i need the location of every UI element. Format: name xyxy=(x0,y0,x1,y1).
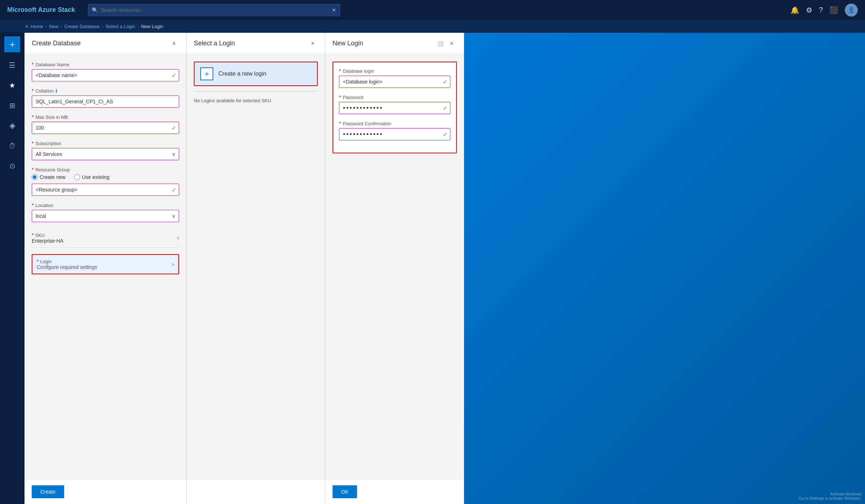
no-logins-text: No Logins available for selected SKU xyxy=(194,95,318,106)
db-login-input[interactable] xyxy=(339,76,450,88)
breadcrumb-home[interactable]: Home xyxy=(31,24,43,29)
max-size-label: * Max Size in MB xyxy=(32,114,179,120)
resource-group-input[interactable] xyxy=(32,184,179,196)
breadcrumb-expand[interactable]: » xyxy=(25,23,28,30)
breadcrumb-create-db[interactable]: Create Database xyxy=(64,24,99,29)
breadcrumb-new-login[interactable]: New Login xyxy=(141,24,163,29)
new-login-header: New Login ⬜ × xyxy=(325,33,464,54)
database-name-label: * Database Name xyxy=(32,62,179,67)
create-database-footer: Create xyxy=(24,479,186,504)
password-confirm-label: * Password Confirmation xyxy=(339,121,450,126)
right-background: Activate Windows Go to Settings to activ… xyxy=(464,33,865,504)
login-chevron-icon: › xyxy=(172,261,174,267)
db-login-wrapper: ✓ xyxy=(339,76,450,88)
db-login-group: * Database login ✓ xyxy=(339,68,450,88)
collation-info-icon[interactable]: ℹ xyxy=(55,88,57,94)
password-check-icon: ✓ xyxy=(443,105,447,112)
select-login-close-button[interactable]: × xyxy=(308,39,318,49)
breadcrumb-select-login[interactable]: Select a Login xyxy=(106,24,135,29)
subscription-select[interactable]: All Services xyxy=(32,148,179,160)
password-confirm-input[interactable] xyxy=(339,128,450,140)
login-divider xyxy=(194,91,318,91)
breadcrumb-sep-4: › xyxy=(137,24,139,29)
password-label: * Password xyxy=(339,94,450,100)
sidebar-item-favorites[interactable]: ★ xyxy=(0,76,24,95)
sku-label: * SKU xyxy=(32,232,177,238)
create-database-panel-header: Create Database × xyxy=(24,33,186,54)
breadcrumb-new[interactable]: New xyxy=(49,24,58,29)
sku-chevron-icon: › xyxy=(177,235,179,241)
resource-group-check-icon: ✓ xyxy=(171,186,176,193)
location-select[interactable]: local xyxy=(32,210,179,222)
password-confirm-check-icon: ✓ xyxy=(443,131,447,138)
required-star-password-confirm: * xyxy=(339,121,341,126)
collation-label: * Collation ℹ xyxy=(32,88,179,94)
select-login-panel: Select a Login × ＋ Create a new login No… xyxy=(187,33,325,504)
subscription-select-wrapper: All Services ∨ xyxy=(32,148,179,160)
password-input[interactable] xyxy=(339,102,450,114)
password-wrapper: ✓ xyxy=(339,102,450,114)
sidebar-item-notifications[interactable]: ⊙ xyxy=(0,157,24,175)
new-login-body: * Database login ✓ * xyxy=(325,54,464,479)
sidebar: ＋ ☰ ★ ⊞ ◈ ⏱ ⊙ xyxy=(0,33,24,504)
database-name-group: * Database Name ✓ xyxy=(32,62,179,81)
select-login-footer xyxy=(187,479,325,504)
sidebar-item-dashboard[interactable]: ⊞ xyxy=(0,96,24,115)
create-database-title: Create Database xyxy=(32,40,169,47)
required-star-db-name: * xyxy=(32,62,34,67)
sidebar-item-menu[interactable]: ☰ xyxy=(0,56,24,75)
required-star-rg: * xyxy=(32,167,34,172)
sidebar-add-button[interactable]: ＋ xyxy=(4,36,20,52)
main-layout: ＋ ☰ ★ ⊞ ◈ ⏱ ⊙ Create Database × * Databa… xyxy=(0,33,865,504)
create-database-close-button[interactable]: × xyxy=(169,39,179,49)
feedback-icon[interactable]: ⬛ xyxy=(829,6,838,14)
create-new-login-card[interactable]: ＋ Create a new login xyxy=(194,62,318,86)
ok-button[interactable]: OK xyxy=(333,485,357,498)
search-input[interactable] xyxy=(101,7,329,13)
sidebar-item-resources[interactable]: ◈ xyxy=(0,116,24,135)
search-icon: 🔍 xyxy=(92,7,98,13)
password-confirm-wrapper: ✓ xyxy=(339,128,450,140)
avatar[interactable]: 👤 xyxy=(845,4,858,17)
search-bar[interactable]: 🔍 ✕ xyxy=(88,4,340,16)
sidebar-item-history[interactable]: ⏱ xyxy=(0,136,24,155)
database-name-input[interactable] xyxy=(32,69,179,81)
required-star-sku: * xyxy=(32,232,34,238)
new-login-title: New Login xyxy=(333,40,435,47)
app-title: Microsoft Azure Stack xyxy=(7,6,75,14)
required-star-db-login: * xyxy=(339,68,341,74)
max-size-input[interactable] xyxy=(32,122,179,134)
plus-icon-box: ＋ xyxy=(200,67,213,80)
max-size-check-icon: ✓ xyxy=(171,125,176,131)
bell-icon[interactable]: 🔔 xyxy=(790,6,799,14)
sku-value: Enterprise-HA xyxy=(32,238,177,244)
create-button[interactable]: Create xyxy=(32,485,64,498)
sku-nav-field[interactable]: * SKU Enterprise-HA › xyxy=(32,229,179,248)
max-size-group: * Max Size in MB ✓ xyxy=(32,114,179,134)
required-star-login: * xyxy=(37,258,39,264)
radio-create-new[interactable]: Create new xyxy=(32,174,66,180)
login-nav-field[interactable]: * Login Configure required settings › xyxy=(32,254,179,274)
location-label: * Location xyxy=(32,202,179,208)
new-login-footer: OK xyxy=(325,479,464,504)
collation-input[interactable] xyxy=(32,95,179,108)
login-group: * Login Configure required settings › xyxy=(32,254,179,274)
password-confirm-group: * Password Confirmation ✓ xyxy=(339,121,450,140)
password-group: * Password ✓ xyxy=(339,94,450,114)
collation-group: * Collation ℹ xyxy=(32,88,179,108)
question-icon[interactable]: ? xyxy=(819,6,823,14)
new-login-form-section: * Database login ✓ * xyxy=(333,62,457,153)
location-group: * Location local ∨ xyxy=(32,202,179,222)
sku-content: * SKU Enterprise-HA xyxy=(32,232,177,244)
content-area: Create Database × * Database Name ✓ xyxy=(24,33,865,504)
new-login-close-button[interactable]: × xyxy=(447,39,457,49)
breadcrumb: » Home › New › Create Database › Select … xyxy=(0,20,865,33)
radio-use-existing[interactable]: Use existing xyxy=(74,174,110,180)
gear-icon[interactable]: ⚙ xyxy=(806,6,812,14)
database-name-check-icon: ✓ xyxy=(171,72,176,79)
resource-group-wrapper: ✓ xyxy=(32,184,179,196)
search-clear-icon[interactable]: ✕ xyxy=(332,7,336,13)
select-login-title: Select a Login xyxy=(194,40,308,47)
new-login-maximize-button[interactable]: ⬜ xyxy=(435,39,445,49)
resource-group-label: * Resource Group xyxy=(32,167,179,172)
